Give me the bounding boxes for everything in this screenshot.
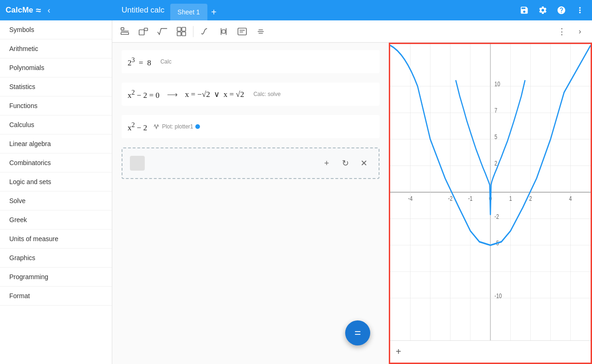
math-expr-1: 23 = 8 xyxy=(128,56,151,68)
logo-icon: ≈ xyxy=(36,5,41,16)
sidebar-item-symbols-label: Symbols xyxy=(9,26,34,33)
sidebar-item-programming[interactable]: Programming xyxy=(0,268,112,287)
math-line-3: x2 − 2 Plot: plotter1 xyxy=(128,119,373,134)
sidebar-item-logic-and-sets[interactable]: Logic and sets xyxy=(0,172,112,192)
graph-area: 0 -2 -4 2 4 -1 1 5 10 -5 -10 2 -2 xyxy=(390,44,591,340)
doc-title: Untitled calc xyxy=(116,6,170,15)
main-layout: Symbols Arithmetic Polynomials Statistic… xyxy=(0,20,592,364)
equals-fab-button[interactable]: = xyxy=(345,320,370,345)
sidebar-item-functions[interactable]: Functions xyxy=(0,96,112,115)
sidebar-item-symbols[interactable]: Symbols xyxy=(0,20,112,39)
editor[interactable]: 23 = 8 Calc x2 − 2 = 0 ⟶ x = −√2 ∨ x = √… xyxy=(112,43,389,364)
sidebar-item-linear-algebra-label: Linear algebra xyxy=(9,140,51,147)
math-cell-3[interactable]: x2 − 2 Plot: plotter1 xyxy=(122,115,380,138)
new-cell-placeholder xyxy=(130,156,145,171)
sidebar: Symbols Arithmetic Polynomials Statistic… xyxy=(0,20,112,364)
logo-area: CalcMe ≈ ‹ xyxy=(0,4,112,17)
math-label-1: Calc xyxy=(161,58,172,65)
strikethrough-button[interactable] xyxy=(252,23,270,40)
sidebar-item-calculus-label: Calculus xyxy=(9,121,34,128)
graph-add-button[interactable]: + xyxy=(390,340,591,363)
toolbar-separator-1 xyxy=(193,26,193,37)
math-plot-label-3: Plot: plotter1 xyxy=(153,123,199,130)
sidebar-item-format[interactable]: Format xyxy=(0,287,112,306)
svg-rect-7 xyxy=(177,32,181,35)
sidebar-item-linear-algebra[interactable]: Linear algebra xyxy=(0,134,112,153)
svg-rect-12 xyxy=(238,28,246,35)
toolbar: ⋮ › xyxy=(112,20,592,43)
sidebar-item-solve[interactable]: Solve xyxy=(0,192,112,211)
parabola-overlay xyxy=(390,44,591,340)
help-button[interactable] xyxy=(553,2,570,19)
svg-rect-1 xyxy=(121,32,129,34)
logo-text: CalcMe xyxy=(6,6,33,15)
graph-add-icon: + xyxy=(396,346,401,357)
math-cell-2[interactable]: x2 − 2 = 0 ⟶ x = −√2 ∨ x = √2 Calc: solv… xyxy=(122,83,380,106)
sidebar-item-programming-label: Programming xyxy=(9,273,48,281)
svg-rect-4 xyxy=(144,28,148,30)
math-label-2: Calc: solve xyxy=(253,91,281,97)
sidebar-item-statistics-label: Statistics xyxy=(9,83,35,90)
sidebar-item-greek[interactable]: Greek xyxy=(0,211,112,230)
matrix-button[interactable] xyxy=(173,23,190,40)
math-arrow-2: ⟶ xyxy=(167,90,178,99)
abs-button[interactable] xyxy=(215,23,232,40)
svg-rect-3 xyxy=(139,30,144,35)
superscript-button[interactable] xyxy=(135,23,152,40)
toolbar-expand-button[interactable]: › xyxy=(572,23,588,40)
sheet-tab-label: Sheet 1 xyxy=(178,8,200,16)
sidebar-item-logic-and-sets-label: Logic and sets xyxy=(9,178,51,185)
text-button[interactable] xyxy=(233,23,251,40)
sidebar-item-arithmetic[interactable]: Arithmetic xyxy=(0,39,112,58)
sidebar-item-functions-label: Functions xyxy=(9,102,38,109)
more-options-button[interactable] xyxy=(572,2,588,19)
svg-rect-5 xyxy=(177,27,181,31)
header: CalcMe ≈ ‹ Untitled calc Sheet 1 + xyxy=(0,0,592,20)
sidebar-item-graphics-label: Graphics xyxy=(9,254,35,262)
save-button[interactable] xyxy=(516,2,533,19)
sidebar-item-combinatorics[interactable]: Combinatorics xyxy=(0,153,112,172)
svg-rect-11 xyxy=(222,30,225,33)
fraction-button[interactable] xyxy=(116,23,134,40)
sidebar-item-combinatorics-label: Combinatorics xyxy=(9,159,51,166)
sidebar-item-units-of-measure-label: Units of measure xyxy=(9,235,58,243)
sidebar-item-solve-label: Solve xyxy=(9,197,26,204)
sidebar-item-greek-label: Greek xyxy=(9,216,27,224)
math-line-2: x2 − 2 = 0 ⟶ x = −√2 ∨ x = √2 Calc: solv… xyxy=(128,87,373,102)
sidebar-item-statistics[interactable]: Statistics xyxy=(0,77,112,96)
math-expr-2: x2 − 2 = 0 xyxy=(128,89,160,100)
plot-label-text: Plot: plotter1 xyxy=(162,123,193,130)
graph-panel: 0 -2 -4 2 4 -1 1 5 10 -5 -10 2 -2 xyxy=(389,43,592,364)
settings-button[interactable] xyxy=(534,2,551,19)
new-cell[interactable]: + ↻ ✕ xyxy=(122,147,380,179)
math-cell-1[interactable]: 23 = 8 Calc xyxy=(122,50,380,73)
math-expr-3: x2 − 2 xyxy=(128,121,147,133)
svg-rect-0 xyxy=(121,27,124,30)
new-cell-actions: + ↻ ✕ xyxy=(319,156,371,171)
sidebar-collapse-button[interactable]: ‹ xyxy=(44,4,54,17)
title-area: Untitled calc Sheet 1 + xyxy=(112,0,516,20)
math-line-1: 23 = 8 Calc xyxy=(128,54,373,69)
toolbar-more-button[interactable]: ⋮ xyxy=(555,24,569,39)
sidebar-item-format-label: Format xyxy=(9,292,30,300)
integral-button[interactable] xyxy=(196,23,214,40)
sqrt-button[interactable] xyxy=(153,23,172,40)
sidebar-item-polynomials[interactable]: Polynomials xyxy=(0,58,112,77)
svg-rect-8 xyxy=(182,32,186,35)
equals-fab-label: = xyxy=(354,326,361,339)
math-result-2: x = −√2 ∨ x = √2 xyxy=(185,89,244,99)
new-cell-close-button[interactable]: ✕ xyxy=(356,156,371,171)
sidebar-item-arithmetic-label: Arithmetic xyxy=(9,45,38,52)
new-cell-refresh-button[interactable]: ↻ xyxy=(338,156,353,171)
sidebar-item-units-of-measure[interactable]: Units of measure xyxy=(0,230,112,249)
sheet-tab[interactable]: Sheet 1 xyxy=(170,4,207,20)
add-tab-button[interactable]: + xyxy=(207,5,220,19)
editor-graph: 23 = 8 Calc x2 − 2 = 0 ⟶ x = −√2 ∨ x = √… xyxy=(112,43,592,364)
content-area: ⋮ › 23 = 8 Calc xyxy=(112,20,592,364)
sidebar-item-polynomials-label: Polynomials xyxy=(9,64,44,71)
new-cell-add-button[interactable]: + xyxy=(319,156,334,171)
sidebar-item-graphics[interactable]: Graphics xyxy=(0,249,112,268)
sidebar-item-calculus[interactable]: Calculus xyxy=(0,115,112,134)
plot-dot xyxy=(195,124,200,129)
parabola-polyline xyxy=(456,80,525,215)
